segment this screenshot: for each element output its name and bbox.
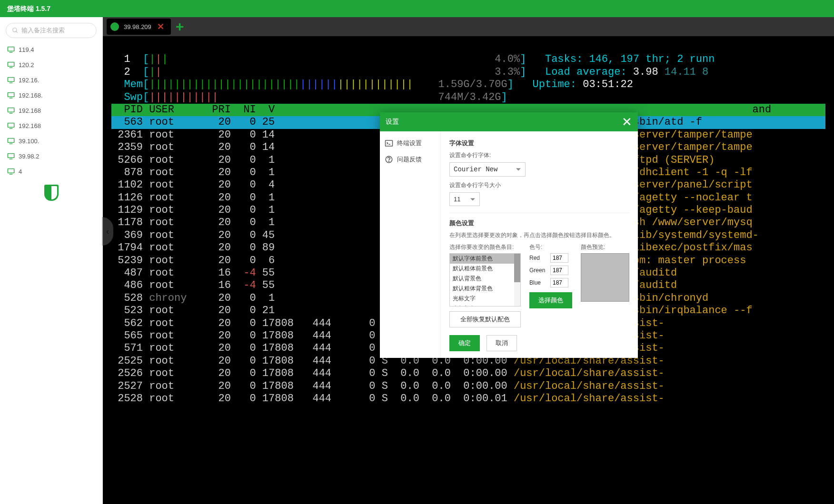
question-icon bbox=[385, 155, 393, 164]
choose-color-button[interactable]: 选择颜色 bbox=[529, 292, 572, 308]
font-section-title: 字体设置 bbox=[449, 139, 629, 148]
font-value: Courier New bbox=[454, 166, 497, 173]
status-dot-icon bbox=[110, 22, 119, 31]
color-list-item[interactable]: 默认背景色 bbox=[450, 274, 520, 284]
color-hint: 在列表里选择要更改的对象，再点击选择颜色按钮选择目标颜色。 bbox=[449, 231, 629, 239]
close-tab-icon[interactable]: ✕ bbox=[157, 21, 164, 32]
font-label: 设置命令行字体: bbox=[449, 151, 629, 159]
sidebar-server-item[interactable]: 39.100. bbox=[0, 133, 102, 148]
process-row[interactable]: 2526 root 20 0 17808 444 0 S 0.0 0.0 0:0… bbox=[111, 367, 825, 380]
green-input[interactable] bbox=[550, 266, 568, 275]
sidebar-server-item[interactable]: 192.168 bbox=[0, 118, 102, 133]
title-bar: 堡塔终端 1.5.7 bbox=[0, 0, 834, 17]
server-label: 192.168 bbox=[19, 122, 41, 129]
monitor-icon bbox=[7, 46, 15, 53]
search-placeholder: 输入备注名搜索 bbox=[21, 26, 65, 35]
terminal-tab[interactable]: 39.98.209 ✕ bbox=[107, 19, 171, 35]
search-icon bbox=[12, 27, 19, 34]
red-label: Red bbox=[529, 255, 550, 261]
monitor-icon bbox=[7, 137, 15, 145]
svg-rect-6 bbox=[8, 78, 14, 82]
svg-rect-14 bbox=[8, 138, 14, 143]
blue-input[interactable] bbox=[550, 278, 568, 287]
preview-label: 颜色预览: bbox=[581, 243, 629, 251]
size-value: 11 bbox=[454, 196, 460, 203]
search-box[interactable]: 输入备注名搜索 bbox=[6, 23, 97, 38]
add-tab-button[interactable]: + bbox=[176, 19, 184, 35]
tab-label: 39.98.209 bbox=[124, 23, 151, 30]
size-label: 设置命令行字号大小 bbox=[449, 181, 629, 189]
close-dialog-button[interactable]: ✕ bbox=[622, 115, 632, 129]
sidebar-server-item[interactable]: 192.168 bbox=[0, 103, 102, 118]
svg-rect-20 bbox=[386, 140, 393, 146]
monitor-icon bbox=[7, 168, 15, 175]
color-list-item[interactable]: 默认粗体前景色 bbox=[450, 264, 520, 274]
color-section-title: 颜色设置 bbox=[449, 219, 629, 227]
nav-label: 终端设置 bbox=[397, 139, 422, 148]
svg-point-0 bbox=[13, 28, 17, 32]
monitor-icon bbox=[7, 91, 15, 99]
svg-rect-4 bbox=[8, 62, 14, 67]
sidebar-server-item[interactable]: 192.168. bbox=[0, 88, 102, 103]
dialog-header: 设置 ✕ bbox=[380, 112, 638, 131]
color-item-list[interactable]: 默认字体前景色默认粗体前景色默认背景色默认粗体背景色光标文字光标颜色 bbox=[449, 253, 521, 306]
restore-default-button[interactable]: 全部恢复默认配色 bbox=[449, 311, 521, 327]
sidebar-server-item[interactable]: 120.2 bbox=[0, 57, 102, 72]
rgb-label: 色号: bbox=[529, 243, 572, 251]
svg-rect-10 bbox=[8, 108, 14, 112]
app-title: 堡塔终端 1.5.7 bbox=[7, 5, 50, 12]
color-list-item[interactable]: 默认字体前景色 bbox=[450, 254, 520, 264]
color-list-label: 选择你要改变的颜色条目: bbox=[449, 243, 521, 251]
terminal-icon bbox=[385, 139, 393, 148]
font-select[interactable]: Courier New bbox=[449, 162, 526, 177]
terminal[interactable]: 39.98.209 ✕ + 1 [||| 4.0%] Tasks: 146, 1… bbox=[103, 17, 834, 504]
color-preview bbox=[581, 253, 629, 302]
process-row[interactable]: 2527 root 20 0 17808 444 0 S 0.0 0.0 0:0… bbox=[111, 380, 825, 393]
server-label: 119.4 bbox=[19, 46, 34, 53]
svg-point-23 bbox=[388, 161, 389, 161]
settings-dialog: 设置 ✕ 终端设置 问题反馈 字体设置 设置命令行字体: bbox=[380, 112, 638, 358]
ok-button[interactable]: 确定 bbox=[449, 335, 480, 351]
monitor-icon bbox=[7, 76, 15, 84]
green-label: Green bbox=[529, 267, 550, 274]
svg-rect-8 bbox=[8, 93, 14, 97]
nav-terminal-settings[interactable]: 终端设置 bbox=[380, 135, 440, 151]
dialog-title: 设置 bbox=[386, 118, 399, 126]
nav-feedback[interactable]: 问题反馈 bbox=[380, 151, 440, 168]
scrollbar-thumb[interactable] bbox=[514, 254, 520, 282]
monitor-icon bbox=[7, 152, 15, 160]
color-list-item[interactable]: 光标文字 bbox=[450, 294, 520, 304]
sidebar-server-item[interactable]: 192.16. bbox=[0, 72, 102, 88]
svg-line-1 bbox=[16, 31, 18, 33]
process-row[interactable]: 2528 root 20 0 17808 444 0 S 0.0 0.0 0:0… bbox=[111, 393, 825, 405]
tab-bar: 39.98.209 ✕ + bbox=[103, 17, 834, 36]
sidebar-server-item[interactable]: 4 bbox=[0, 164, 102, 179]
svg-rect-18 bbox=[8, 169, 14, 173]
color-list-item[interactable]: 默认粗体背景色 bbox=[450, 284, 520, 294]
server-label: 192.16. bbox=[19, 77, 39, 84]
svg-rect-12 bbox=[8, 123, 14, 128]
nav-label: 问题反馈 bbox=[397, 155, 422, 164]
monitor-icon bbox=[7, 122, 15, 129]
font-size-select[interactable]: 11 bbox=[449, 192, 480, 206]
sidebar-server-item[interactable]: 39.98.2 bbox=[0, 148, 102, 164]
blue-label: Blue bbox=[529, 279, 550, 286]
server-label: 120.2 bbox=[19, 61, 34, 69]
server-label: 192.168 bbox=[19, 107, 41, 114]
dialog-content: 字体设置 设置命令行字体: Courier New 设置命令行字号大小 11 颜… bbox=[441, 131, 638, 358]
color-list-item[interactable]: 光标颜色 bbox=[450, 304, 520, 306]
server-label: 39.100. bbox=[19, 138, 39, 145]
server-label: 4 bbox=[19, 168, 22, 175]
svg-rect-2 bbox=[8, 47, 14, 51]
shield-icon bbox=[44, 185, 59, 201]
sidebar: 输入备注名搜索 119.4120.2192.16.192.168.192.168… bbox=[0, 17, 103, 504]
monitor-icon bbox=[7, 61, 15, 69]
server-label: 39.98.2 bbox=[19, 153, 39, 160]
server-label: 192.168. bbox=[19, 92, 43, 99]
cancel-button[interactable]: 取消 bbox=[486, 335, 517, 351]
sidebar-server-item[interactable]: 119.4 bbox=[0, 42, 102, 57]
monitor-icon bbox=[7, 107, 15, 114]
red-input[interactable] bbox=[550, 253, 568, 263]
scrollbar[interactable] bbox=[514, 254, 520, 306]
svg-rect-16 bbox=[8, 154, 14, 158]
